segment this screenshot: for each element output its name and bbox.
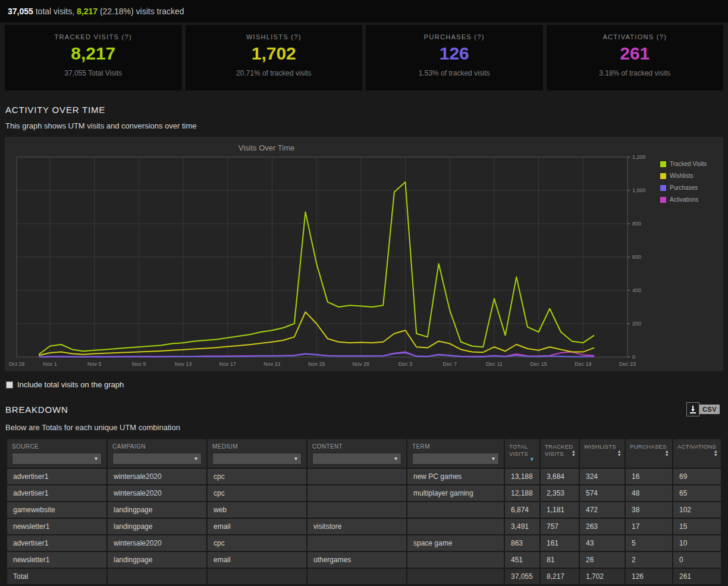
cell-purchases: 16 [626,469,672,484]
sort-icon[interactable]: ▲▼ [665,450,669,457]
column-header-source: SOURCE ▾ [7,439,106,468]
cell-activations: 10 [673,535,721,551]
cell-term: space game [407,535,504,551]
medium-filter-select[interactable]: ▾ [212,453,302,465]
cell-campaign: wintersale2020 [108,485,206,501]
column-header-purchases[interactable]: PURCHASES ▲▼ [626,439,672,468]
cell-content [307,569,406,584]
legend-item: Wishlists [660,173,707,179]
stat-card-subtitle: 20.71% of tracked visits [186,69,363,77]
cell-content [307,535,406,551]
cell-medium: cpc [208,485,306,501]
legend-swatch [660,197,666,203]
cell-total-visits: 13,188 [505,469,539,484]
cell-total-visits: 12,188 [505,485,539,501]
source-filter-select[interactable]: ▾ [12,453,102,465]
column-header-medium: MEDIUM ▾ [208,439,306,468]
stat-card-value: 1,702 [186,43,363,64]
activity-section-subtitle: This graph shows UTM visits and conversi… [5,121,728,130]
cell-term [407,502,504,518]
cell-campaign: landingpage [108,502,206,518]
include-total-visits-row[interactable]: Include total visits on the graph [6,380,728,389]
cell-purchases: 17 [626,519,672,534]
content-filter-select[interactable]: ▾ [312,453,401,465]
table-row: advertiser1wintersale2020cpcnew PC games… [7,469,721,484]
legend-item: Purchases [660,184,707,191]
legend-label: Purchases [670,184,698,191]
summary-mid-text: total visits, [33,7,77,16]
chevron-down-icon: ▾ [294,456,297,462]
column-label: TRACKED VISITS [545,443,573,457]
column-header-term: TERM ▾ [407,439,504,468]
column-label: PURCHASES [630,443,667,450]
column-header-tracked-visits[interactable]: TRACKED VISITS ▲▼ [541,439,579,468]
legend-label: Wishlists [670,173,693,179]
cell-activations: 15 [673,519,721,534]
cell-campaign [108,569,206,584]
legend-swatch [660,173,666,179]
column-header-wishlists[interactable]: WISHLISTS ▲▼ [580,439,625,468]
column-label: MEDIUM [212,443,302,450]
cell-tracked-visits: 3,684 [541,469,579,484]
cell-medium: email [208,519,306,534]
x-tick-label: Dec 7 [443,361,457,367]
column-label: TERM [412,443,499,450]
x-tick-label: Nov 21 [263,361,281,367]
cell-campaign: wintersale2020 [108,469,206,484]
cell-purchases: 2 [626,552,672,568]
legend-label: Tracked Visits [670,161,707,167]
column-header-total-visits[interactable]: TOTAL VISITS ▼ [505,439,539,468]
sort-desc-icon: ▼ [617,453,622,457]
cell-activations: 65 [673,485,721,501]
cell-source: newsletter1 [7,552,106,568]
cell-source: advertiser1 [7,469,106,484]
column-header-campaign: CAMPAIGN ▾ [108,439,206,468]
sort-icon[interactable]: ▲▼ [572,450,576,457]
cell-total-visits: 37,055 [505,569,539,584]
table-row: newsletter1landingpageemailvisitstore3,4… [7,519,721,534]
stat-cards-row: TRACKED VISITS (?) 8,217 37,055 Total Vi… [5,25,723,90]
x-tick-label: Dec 19 [575,361,592,367]
cell-total-visits: 863 [505,535,539,551]
csv-download-button[interactable]: CSV [686,402,720,416]
chart-legend: Tracked VisitsWishlistsPurchasesActivati… [660,161,707,203]
legend-swatch [660,161,666,167]
cell-tracked-visits: 757 [541,519,579,534]
table-row: gamewebsitelandingpageweb6,8741,18147238… [7,502,721,518]
cell-source: Total [7,569,106,584]
column-label: SOURCE [12,443,102,450]
cell-medium: web [208,502,306,518]
sort-desc-active-icon[interactable]: ▼ [529,456,535,463]
cell-medium: cpc [208,535,306,551]
column-header-activations[interactable]: ACTIVATIONS ▲▼ [673,439,721,468]
cell-wishlists: 263 [580,519,625,534]
checkbox-unchecked-icon[interactable] [6,381,13,388]
cell-content: othergames [307,552,406,568]
cell-campaign: landingpage [108,519,206,534]
cell-total-visits: 451 [505,552,539,568]
chevron-down-icon: ▾ [492,456,495,462]
stat-card-tracked-visits: TRACKED VISITS (?) 8,217 37,055 Total Vi… [5,25,182,90]
y-tick-label: 400 [632,287,641,293]
cell-term [407,569,504,584]
sort-icon[interactable]: ▲▼ [617,450,622,457]
cell-source: advertiser1 [7,535,106,551]
stat-card-title[interactable]: PURCHASES (?) [366,33,543,40]
cell-campaign: wintersale2020 [108,535,206,551]
stat-card-title[interactable]: WISHLISTS (?) [186,33,363,40]
table-row: advertiser1wintersale2020cpcmultiplayer … [7,485,721,501]
table-total-row: Total37,0558,2171,702126261 [7,569,721,584]
campaign-filter-select[interactable]: ▾ [112,453,202,465]
cell-total-visits: 3,491 [505,519,539,534]
x-tick-label: Nov 13 [175,361,192,367]
stat-card-activations: ACTIVATIONS (?) 261 3.18% of tracked vis… [547,25,724,90]
stat-card-title[interactable]: ACTIVATIONS (?) [547,33,724,40]
x-tick-label: Nov 29 [353,361,370,367]
cell-wishlists: 324 [580,469,625,484]
column-label: ACTIVATIONS [677,443,716,450]
sort-icon[interactable]: ▲▼ [714,450,718,457]
term-filter-select[interactable]: ▾ [412,453,499,465]
stat-card-title[interactable]: TRACKED VISITS (?) [5,33,182,40]
cell-content [307,469,406,484]
cell-tracked-visits: 8,217 [541,569,579,584]
